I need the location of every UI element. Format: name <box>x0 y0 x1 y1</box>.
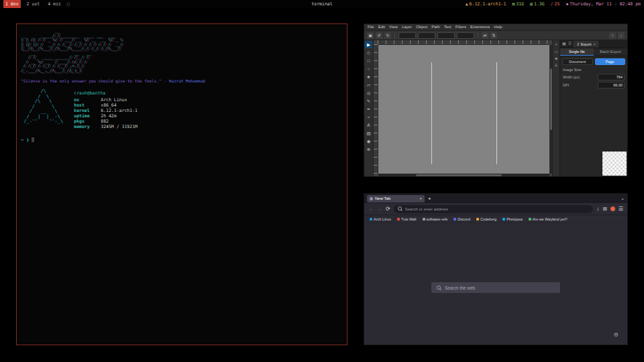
workspace-2[interactable]: 2 ust <box>25 0 42 8</box>
fetch-row-memory: memory3245M / 31921M <box>74 124 138 129</box>
menu-view[interactable]: View <box>389 24 398 30</box>
fetch-row-pkgs: pkgs882 <box>74 119 138 124</box>
bookmark-software-refs[interactable]: software-refs <box>423 217 448 221</box>
focused-window-title: terminal <box>311 0 332 8</box>
shell-prompt[interactable]: ~❯ <box>21 137 343 143</box>
fetch-row-os: osArch Linux <box>74 97 138 103</box>
web-search-input[interactable]: Search the web <box>431 282 560 293</box>
star-tool-icon[interactable]: ★ <box>365 73 372 80</box>
flip-horizontal-icon[interactable]: ⇄ <box>482 32 488 39</box>
menu-extensions[interactable]: Extensions <box>470 24 490 30</box>
snap-angle-icon[interactable]: ∠ <box>555 63 558 67</box>
bookmark-are-we-wayland-yet[interactable]: Are we Wayland yet? <box>529 217 568 221</box>
ellipse-tool-icon[interactable]: ○ <box>365 65 372 72</box>
bookmark-favicon <box>476 218 479 221</box>
memory-status: ▥1.3G <box>530 0 545 8</box>
menu-help[interactable]: Help <box>494 24 502 30</box>
close-dialog-icon[interactable]: × <box>594 42 596 47</box>
terminal-window[interactable]: __ _ _____/ /________ ____ ___ ___ | | /… <box>16 23 347 345</box>
zoom-tool-icon[interactable]: ⊕ <box>365 145 372 153</box>
export-dpi-input[interactable]: 96.00 <box>598 82 625 88</box>
extensions-icon[interactable]: ⊞ <box>602 203 607 215</box>
menu-layer[interactable]: Layer <box>402 24 412 30</box>
lower-icon[interactable]: ↓ <box>618 32 625 39</box>
snap-toggle-icon[interactable]: ⌖ <box>555 42 557 47</box>
user-host: crash@bantha <box>74 90 138 96</box>
canvas-area[interactable] <box>374 40 552 176</box>
downloads-icon[interactable]: ↓ <box>596 203 599 215</box>
clock-status: ◆Thursday, Mar 11 - 02:48 pm <box>566 0 641 8</box>
new-tab-button[interactable]: + <box>428 196 431 202</box>
tab-close-icon[interactable]: × <box>419 196 422 200</box>
back-button[interactable]: ← <box>368 203 374 215</box>
snap-bbox-icon[interactable]: ▭ <box>554 50 557 54</box>
rotate-cw-icon[interactable]: ↻ <box>384 32 391 39</box>
calendar-icon: ◆ <box>566 0 568 8</box>
node-tool-icon[interactable]: ◇ <box>365 49 372 56</box>
tab-batch-export[interactable]: Batch Export <box>594 48 627 56</box>
menu-path[interactable]: Path <box>431 24 439 30</box>
bookmark-codeberg[interactable]: Codeberg <box>476 217 496 221</box>
vertical-scrollbar[interactable] <box>549 45 552 174</box>
bookmark-favicon <box>453 218 456 221</box>
list-all-tabs-icon[interactable]: ⌄ <box>621 196 625 201</box>
bookmark-photopea[interactable]: Photopea <box>502 217 523 221</box>
menu-edit[interactable]: Edit <box>378 24 385 30</box>
horizontal-scrollbar[interactable] <box>378 174 549 176</box>
layers-dialog-icon[interactable]: ☰ <box>568 42 572 46</box>
tab-single-file[interactable]: Single file <box>560 48 594 56</box>
rect-tool-icon[interactable]: □ <box>365 57 372 64</box>
pen-tool-icon[interactable]: ✒ <box>365 105 372 113</box>
bookmark-favicon <box>423 218 425 221</box>
raise-icon[interactable]: ↑ <box>609 32 616 39</box>
toolbar-separator <box>478 32 478 38</box>
quote-line: "Silence is the only answer you should g… <box>21 78 343 83</box>
layout-mode-icon: □ <box>67 0 70 8</box>
bookmark-discord[interactable]: Discord <box>453 217 470 221</box>
box3d-tool-icon[interactable]: ▱ <box>365 81 372 88</box>
workspace-4[interactable]: 4 mzz <box>46 0 63 8</box>
document-scope-button[interactable]: Document <box>562 58 593 65</box>
height-field[interactable] <box>457 32 474 39</box>
vertical-ruler <box>374 44 378 174</box>
page-scope-button[interactable]: Page <box>595 58 626 65</box>
export-dialog-tab[interactable]: ↧ Export × <box>574 41 598 48</box>
swatches-dialog-icon[interactable]: ▦ <box>562 42 566 46</box>
y-coordinate-field[interactable] <box>418 32 435 39</box>
export-mode-tabs: Single file Batch Export <box>560 48 627 56</box>
select-all-icon[interactable]: ▣ <box>367 32 374 39</box>
page-settings-gear-icon[interactable]: ⚙ <box>614 332 619 338</box>
snap-toolbar: ⌖ ▭ ◈ ∠ <box>552 40 559 176</box>
browser-tab-new-tab[interactable]: New Tab × <box>367 195 425 202</box>
calligraphy-tool-icon[interactable]: ≈ <box>365 113 372 121</box>
bookmark-tuts-wall[interactable]: Tuts Wall <box>397 217 417 221</box>
selector-tool-icon[interactable]: ▶ <box>365 41 372 48</box>
bookmark-arch-linux[interactable]: Arch Linux <box>370 217 391 221</box>
text-tool-icon[interactable]: A <box>365 121 372 129</box>
browser-window[interactable]: New Tab × + ⌄ ← → ⟳ Search or enter addr… <box>364 193 628 345</box>
dropper-tool-icon[interactable]: ◉ <box>365 137 372 145</box>
inkscape-window[interactable]: File Edit View Layer Object Path Text Fi… <box>364 23 628 177</box>
menu-filters[interactable]: Filters <box>455 24 466 30</box>
forward-button[interactable]: → <box>377 203 382 215</box>
pencil-tool-icon[interactable]: ✎ <box>365 97 372 105</box>
reload-button[interactable]: ⟳ <box>386 203 390 215</box>
workspace-1-dev[interactable]: 1 dev <box>3 0 21 8</box>
flip-vertical-icon[interactable]: ⇅ <box>490 32 497 39</box>
rotate-ccw-icon[interactable]: ↺ <box>376 32 382 39</box>
menu-file[interactable]: File <box>368 24 374 30</box>
dock-tab-bar: ▦ ☰ ↧ Export × <box>560 40 627 48</box>
snap-nodes-icon[interactable]: ◈ <box>555 56 557 60</box>
account-avatar[interactable] <box>610 206 615 211</box>
width-field[interactable] <box>437 32 455 39</box>
app-menu-icon[interactable]: ☰ <box>619 203 623 215</box>
menu-text[interactable]: Text <box>444 24 451 30</box>
drawing-canvas[interactable] <box>378 45 549 174</box>
menu-object[interactable]: Object <box>416 24 427 30</box>
x-coordinate-field[interactable] <box>398 32 416 39</box>
url-bar[interactable]: Search or enter address <box>394 205 593 213</box>
spiral-tool-icon[interactable]: ◎ <box>365 89 372 97</box>
status-bar: 1 dev 2 ust 4 mzz □ terminal ▲6.12.1-arc… <box>0 0 644 8</box>
export-width-input[interactable]: 794 <box>598 74 625 80</box>
gradient-tool-icon[interactable]: ▧ <box>365 129 372 137</box>
